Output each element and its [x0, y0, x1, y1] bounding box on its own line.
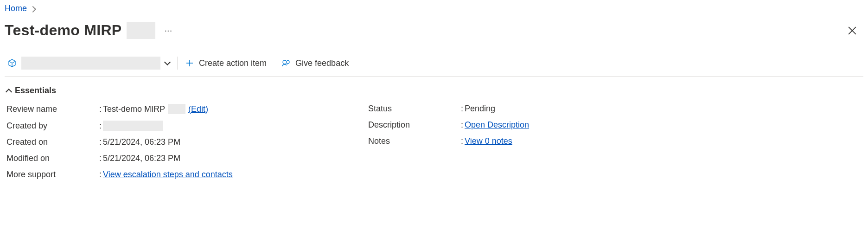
status-value: Pending: [465, 104, 495, 114]
modified-on-label: Modified on: [6, 154, 99, 163]
created-by-label: Created by: [6, 121, 99, 131]
chevron-right-icon: [30, 6, 36, 12]
page-title-text: Test-demo MIRP: [5, 22, 122, 39]
create-action-item-button[interactable]: Create action item: [178, 58, 274, 69]
breadcrumb-home-link[interactable]: Home: [5, 4, 27, 13]
more-support-label: More support: [6, 170, 99, 180]
give-feedback-button[interactable]: Give feedback: [274, 58, 356, 69]
view-notes-link[interactable]: View 0 notes: [465, 136, 512, 146]
close-button[interactable]: [844, 22, 861, 39]
create-action-item-label: Create action item: [199, 58, 267, 68]
review-name-value: Test-demo MIRP: [103, 104, 165, 114]
row-modified-on: Modified on : 5/21/2024, 06:23 PM: [6, 154, 368, 163]
escalation-link[interactable]: View escalation steps and contacts: [103, 170, 233, 180]
review-name-label: Review name: [6, 104, 99, 114]
created-by-redacted: [103, 121, 163, 131]
description-label: Description: [368, 120, 461, 130]
essentials-left-column: Review name : Test-demo MIRP (Edit) Crea…: [6, 104, 368, 180]
plus-icon: [185, 58, 194, 68]
row-created-on: Created on : 5/21/2024, 06:23 PM: [6, 137, 368, 147]
review-name-redacted: [168, 104, 185, 114]
chevron-up-icon: [6, 88, 12, 95]
resource-name-redacted: [21, 57, 160, 70]
row-status: Status : Pending: [368, 104, 862, 114]
row-description: Description : Open Description: [368, 120, 862, 130]
row-created-by: Created by :: [6, 121, 368, 131]
essentials-label: Essentials: [15, 86, 56, 96]
created-on-label: Created on: [6, 137, 99, 147]
status-label: Status: [368, 104, 461, 114]
row-review-name: Review name : Test-demo MIRP (Edit): [6, 104, 368, 114]
breadcrumb: Home: [5, 0, 863, 15]
page-title: Test-demo MIRP: [5, 22, 155, 39]
close-icon: [848, 26, 856, 35]
essentials-panel: Review name : Test-demo MIRP (Edit) Crea…: [5, 100, 863, 189]
feedback-icon: [281, 58, 291, 68]
open-description-link[interactable]: Open Description: [465, 120, 529, 130]
title-row: Test-demo MIRP ···: [5, 15, 863, 42]
created-on-value: 5/21/2024, 06:23 PM: [103, 137, 180, 147]
title-redacted: [127, 22, 155, 39]
more-actions-button[interactable]: ···: [161, 23, 176, 38]
modified-on-value: 5/21/2024, 06:23 PM: [103, 154, 180, 163]
edit-review-name-link[interactable]: (Edit): [188, 104, 208, 114]
resource-dropdown[interactable]: [7, 57, 177, 70]
give-feedback-label: Give feedback: [295, 58, 349, 68]
essentials-toggle[interactable]: Essentials: [5, 77, 863, 100]
chevron-down-icon: [164, 59, 171, 65]
cube-icon: [7, 58, 17, 68]
toolbar: Create action item Give feedback: [5, 50, 863, 77]
essentials-right-column: Status : Pending Description : Open Desc…: [368, 104, 862, 180]
row-more-support: More support : View escalation steps and…: [6, 170, 368, 180]
svg-point-0: [283, 60, 287, 64]
row-notes: Notes : View 0 notes: [368, 136, 862, 146]
notes-label: Notes: [368, 136, 461, 146]
